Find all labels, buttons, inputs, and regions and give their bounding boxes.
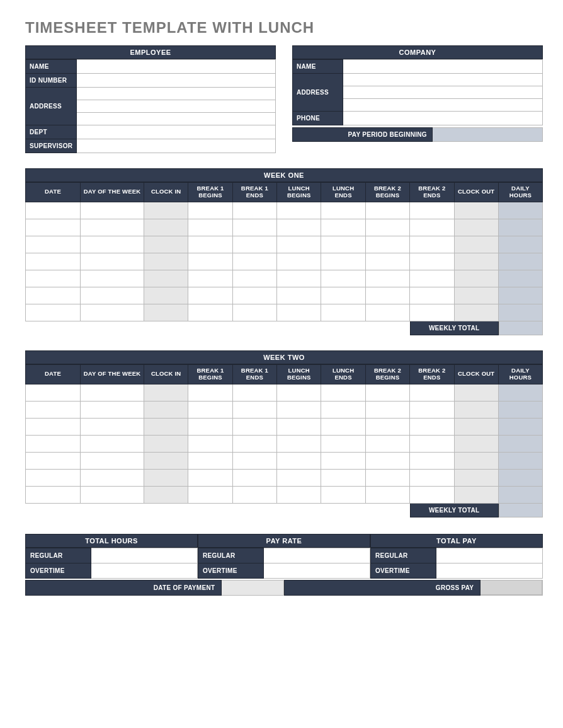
cell-le[interactable] bbox=[321, 236, 365, 253]
cell-b2b[interactable] bbox=[365, 219, 409, 236]
cell-b2b[interactable] bbox=[365, 486, 409, 503]
cell-clock_out[interactable] bbox=[454, 452, 498, 469]
cell-clock_in[interactable] bbox=[144, 270, 188, 287]
cell-date[interactable] bbox=[26, 304, 81, 321]
cell-b1e[interactable] bbox=[232, 452, 276, 469]
cell-le[interactable] bbox=[321, 287, 365, 304]
cell-b1b[interactable] bbox=[188, 469, 232, 486]
cell-lb[interactable] bbox=[277, 435, 321, 452]
cell-b1e[interactable] bbox=[232, 236, 276, 253]
cell-b1b[interactable] bbox=[188, 435, 232, 452]
cell-b2e[interactable] bbox=[410, 287, 454, 304]
cell-clock_in[interactable] bbox=[144, 384, 188, 401]
cell-clock_out[interactable] bbox=[454, 287, 498, 304]
cell-b2b[interactable] bbox=[365, 202, 409, 219]
cell-clock_in[interactable] bbox=[144, 401, 188, 418]
cell-clock_in[interactable] bbox=[144, 219, 188, 236]
cell-date[interactable] bbox=[26, 270, 81, 287]
cell-b2e[interactable] bbox=[410, 270, 454, 287]
cell-b1b[interactable] bbox=[188, 401, 232, 418]
cell-clock_out[interactable] bbox=[454, 219, 498, 236]
cell-b2e[interactable] bbox=[410, 486, 454, 503]
cell-date[interactable] bbox=[26, 236, 81, 253]
cell-le[interactable] bbox=[321, 469, 365, 486]
cell-le[interactable] bbox=[321, 384, 365, 401]
cell-lb[interactable] bbox=[277, 452, 321, 469]
cell-dow[interactable] bbox=[81, 202, 144, 219]
cell-clock_in[interactable] bbox=[144, 253, 188, 270]
cell-b1e[interactable] bbox=[232, 384, 276, 401]
cell-clock_out[interactable] bbox=[454, 236, 498, 253]
cell-b2b[interactable] bbox=[365, 469, 409, 486]
cell-b2e[interactable] bbox=[410, 452, 454, 469]
cell-clock_in[interactable] bbox=[144, 236, 188, 253]
company-name-field[interactable] bbox=[343, 60, 543, 74]
cell-b2b[interactable] bbox=[365, 452, 409, 469]
cell-clock_out[interactable] bbox=[454, 304, 498, 321]
cell-b2e[interactable] bbox=[410, 401, 454, 418]
cell-b2e[interactable] bbox=[410, 384, 454, 401]
cell-b2b[interactable] bbox=[365, 384, 409, 401]
cell-lb[interactable] bbox=[277, 253, 321, 270]
cell-clock_in[interactable] bbox=[144, 304, 188, 321]
cell-lb[interactable] bbox=[277, 202, 321, 219]
cell-clock_in[interactable] bbox=[144, 418, 188, 435]
cell-dow[interactable] bbox=[81, 401, 144, 418]
cell-b1e[interactable] bbox=[232, 486, 276, 503]
cell-le[interactable] bbox=[321, 452, 365, 469]
cell-b1e[interactable] bbox=[232, 304, 276, 321]
cell-clock_out[interactable] bbox=[454, 401, 498, 418]
employee-address3-field[interactable] bbox=[77, 113, 276, 125]
cell-date[interactable] bbox=[26, 486, 81, 503]
cell-le[interactable] bbox=[321, 253, 365, 270]
cell-dow[interactable] bbox=[81, 253, 144, 270]
pay-overtime-field[interactable] bbox=[436, 563, 542, 578]
cell-b1b[interactable] bbox=[188, 202, 232, 219]
rate-overtime-field[interactable] bbox=[263, 563, 370, 578]
cell-b1e[interactable] bbox=[232, 253, 276, 270]
cell-lb[interactable] bbox=[277, 418, 321, 435]
cell-lb[interactable] bbox=[277, 401, 321, 418]
cell-b2e[interactable] bbox=[410, 236, 454, 253]
cell-b2b[interactable] bbox=[365, 253, 409, 270]
cell-b1b[interactable] bbox=[188, 287, 232, 304]
cell-le[interactable] bbox=[321, 418, 365, 435]
cell-date[interactable] bbox=[26, 202, 81, 219]
cell-b1b[interactable] bbox=[188, 236, 232, 253]
cell-b1b[interactable] bbox=[188, 270, 232, 287]
cell-clock_in[interactable] bbox=[144, 486, 188, 503]
company-address1-field[interactable] bbox=[343, 74, 543, 86]
cell-b2e[interactable] bbox=[410, 219, 454, 236]
cell-clock_in[interactable] bbox=[144, 452, 188, 469]
cell-lb[interactable] bbox=[277, 486, 321, 503]
cell-le[interactable] bbox=[321, 219, 365, 236]
employee-name-field[interactable] bbox=[77, 60, 276, 74]
cell-dow[interactable] bbox=[81, 236, 144, 253]
cell-b1e[interactable] bbox=[232, 270, 276, 287]
cell-dow[interactable] bbox=[81, 304, 144, 321]
cell-clock_out[interactable] bbox=[454, 202, 498, 219]
cell-date[interactable] bbox=[26, 287, 81, 304]
cell-b1b[interactable] bbox=[188, 384, 232, 401]
cell-b1e[interactable] bbox=[232, 202, 276, 219]
hours-overtime-field[interactable] bbox=[91, 563, 197, 578]
cell-clock_in[interactable] bbox=[144, 469, 188, 486]
cell-b1b[interactable] bbox=[188, 304, 232, 321]
company-address3-field[interactable] bbox=[343, 99, 543, 112]
cell-b1b[interactable] bbox=[188, 253, 232, 270]
cell-date[interactable] bbox=[26, 384, 81, 401]
cell-le[interactable] bbox=[321, 202, 365, 219]
cell-b2e[interactable] bbox=[410, 418, 454, 435]
cell-b2b[interactable] bbox=[365, 401, 409, 418]
cell-le[interactable] bbox=[321, 401, 365, 418]
cell-lb[interactable] bbox=[277, 469, 321, 486]
cell-le[interactable] bbox=[321, 486, 365, 503]
cell-dow[interactable] bbox=[81, 219, 144, 236]
cell-date[interactable] bbox=[26, 435, 81, 452]
cell-b1e[interactable] bbox=[232, 287, 276, 304]
cell-le[interactable] bbox=[321, 270, 365, 287]
cell-clock_out[interactable] bbox=[454, 469, 498, 486]
cell-b2b[interactable] bbox=[365, 236, 409, 253]
cell-clock_out[interactable] bbox=[454, 384, 498, 401]
cell-lb[interactable] bbox=[277, 236, 321, 253]
